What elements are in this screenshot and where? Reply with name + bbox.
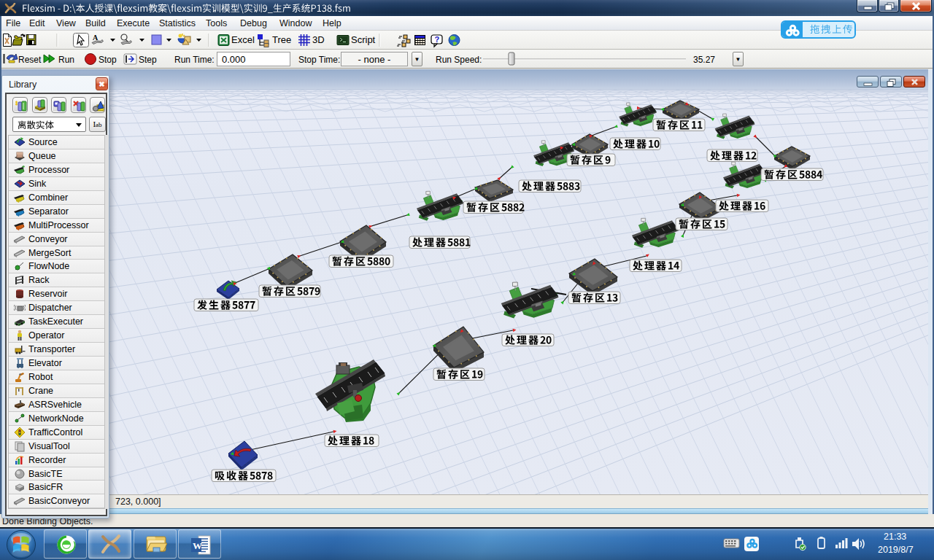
svg-text:?: ? <box>435 35 440 44</box>
svg-text:A: A <box>93 34 99 42</box>
svg-text:Tree: Tree <box>272 34 291 45</box>
svg-text:W: W <box>193 540 202 551</box>
svg-text:Excel: Excel <box>231 34 255 45</box>
svg-text:Script: Script <box>351 34 376 45</box>
svg-text:3D: 3D <box>312 34 325 45</box>
